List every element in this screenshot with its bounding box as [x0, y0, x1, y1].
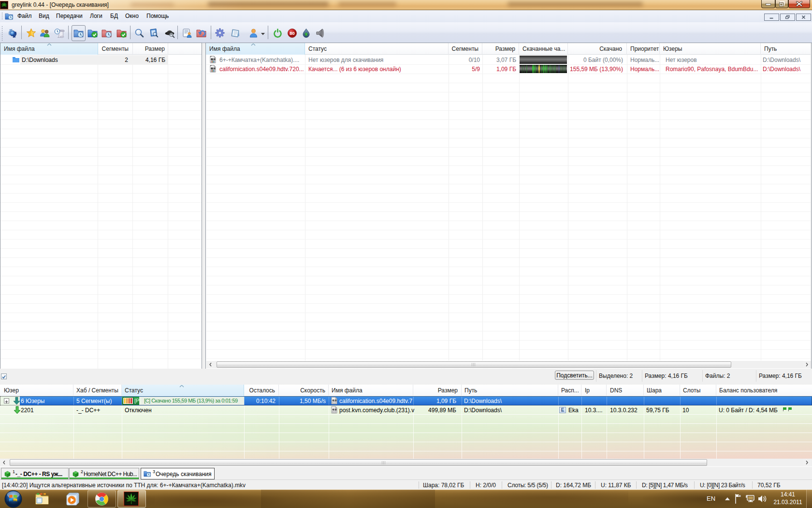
svg-text:80: 80 — [290, 30, 295, 36]
